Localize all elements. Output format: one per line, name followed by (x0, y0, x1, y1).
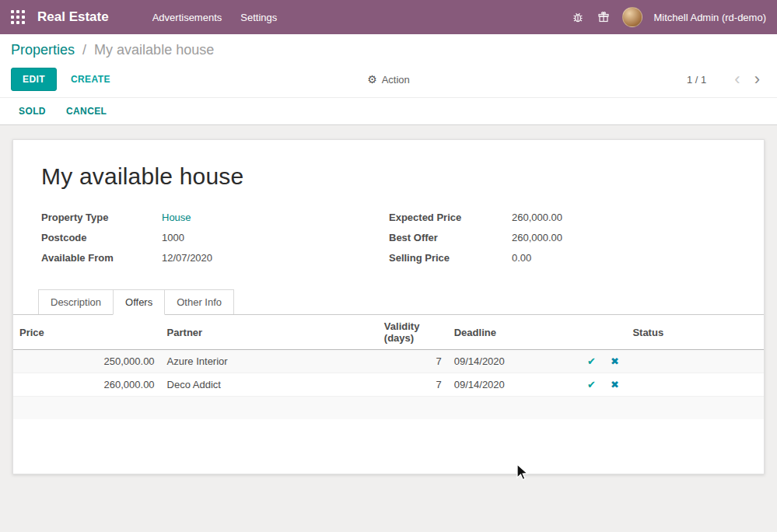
action-menu-label: Action (382, 74, 410, 86)
record-title: My available house (41, 163, 736, 190)
breadcrumb-properties[interactable]: Properties (11, 42, 75, 58)
offers-table-header: Price Partner Validity (days) Deadline S… (13, 315, 764, 350)
refuse-offer-icon[interactable]: ✖ (603, 350, 626, 373)
bug-icon[interactable] (571, 10, 585, 24)
control-panel-buttons: EDIT CREATE ⚙ Action 1 / 1 ‹ › (11, 68, 766, 91)
field-label-postcode: Postcode (41, 232, 162, 243)
gift-icon[interactable] (597, 10, 611, 24)
field-value-available-from: 12/07/2020 (162, 252, 212, 264)
field-groups: Property Type House Postcode 1000 Availa… (41, 212, 736, 272)
offer-partner: Deco Addict (161, 373, 378, 397)
column-header-validity[interactable]: Validity (days) (378, 315, 448, 350)
breadcrumb-separator: / (82, 42, 86, 58)
field-value-postcode: 1000 (162, 232, 184, 243)
pager-counter: 1 / 1 (687, 74, 706, 86)
user-avatar[interactable] (622, 7, 642, 27)
breadcrumb-current: My available house (94, 42, 214, 58)
column-header-status[interactable]: Status (626, 315, 764, 350)
offer-status (626, 373, 764, 397)
apps-menu-icon[interactable] (11, 10, 25, 24)
offer-status (626, 350, 764, 373)
navbar-right: Mitchell Admin (rd-demo) (571, 7, 767, 27)
tab-description[interactable]: Description (38, 289, 114, 314)
field-label-selling-price: Selling Price (389, 252, 512, 264)
app-name[interactable]: Real Estate (37, 9, 109, 25)
field-label-available-from: Available From (41, 252, 162, 264)
menu-advertisements[interactable]: Advertisements (143, 2, 232, 33)
offer-price: 260,000.00 (13, 373, 161, 397)
offers-table: Price Partner Validity (days) Deadline S… (13, 315, 764, 419)
field-value-best-offer: 260,000.00 (512, 232, 562, 243)
offer-validity: 7 (378, 350, 448, 373)
column-header-price[interactable]: Price (13, 315, 161, 350)
main-menu: Advertisements Settings (143, 2, 287, 33)
column-header-refuse (603, 315, 626, 350)
top-navbar: Real Estate Advertisements Settings (0, 0, 777, 34)
field-value-selling-price: 0.00 (512, 252, 531, 264)
menu-settings[interactable]: Settings (231, 2, 286, 33)
field-value-expected-price: 260,000.00 (512, 212, 562, 223)
offer-validity: 7 (378, 373, 448, 397)
refuse-offer-icon[interactable]: ✖ (603, 373, 626, 397)
edit-button[interactable]: EDIT (11, 68, 57, 91)
tab-other-info[interactable]: Other Info (164, 289, 234, 314)
accept-offer-icon[interactable]: ✔ (579, 350, 603, 373)
field-label-expected-price: Expected Price (389, 212, 512, 223)
form-view: My available house Property Type House P… (0, 125, 777, 474)
notebook-tabs: Description Offers Other Info (13, 289, 764, 315)
offer-partner: Azure Interior (161, 350, 378, 373)
empty-row (13, 397, 764, 419)
cancel-button[interactable]: CANCEL (66, 106, 107, 117)
field-value-property-type[interactable]: House (162, 212, 191, 223)
app-window: Real Estate Advertisements Settings (0, 0, 777, 532)
offer-deadline: 09/14/2020 (448, 350, 580, 373)
tab-offers[interactable]: Offers (113, 289, 165, 315)
field-label-best-offer: Best Offer (389, 232, 512, 243)
control-panel: Properties / My available house EDIT CRE… (0, 34, 777, 97)
form-statusbar: SOLD CANCEL (0, 97, 777, 125)
action-menu-button[interactable]: ⚙ Action (260, 74, 516, 86)
form-sheet: My available house Property Type House P… (12, 139, 765, 474)
pager-next-icon[interactable]: › (748, 71, 766, 88)
field-label-property-type: Property Type (41, 212, 162, 223)
pager-previous-icon[interactable]: ‹ (726, 71, 747, 88)
column-header-deadline[interactable]: Deadline (448, 315, 580, 350)
offer-deadline: 09/14/2020 (448, 373, 580, 397)
create-button[interactable]: CREATE (71, 74, 110, 85)
offer-row[interactable]: 250,000.00 Azure Interior 7 09/14/2020 ✔… (13, 350, 764, 373)
offer-price: 250,000.00 (13, 350, 161, 373)
accept-offer-icon[interactable]: ✔ (579, 373, 603, 397)
breadcrumb: Properties / My available house (11, 42, 766, 58)
offer-row[interactable]: 260,000.00 Deco Addict 7 09/14/2020 ✔ ✖ (13, 373, 764, 397)
column-header-accept (579, 315, 603, 350)
gear-icon: ⚙ (367, 74, 377, 85)
sold-button[interactable]: SOLD (19, 106, 46, 117)
column-header-partner[interactable]: Partner (161, 315, 378, 350)
user-menu[interactable]: Mitchell Admin (rd-demo) (654, 12, 767, 23)
